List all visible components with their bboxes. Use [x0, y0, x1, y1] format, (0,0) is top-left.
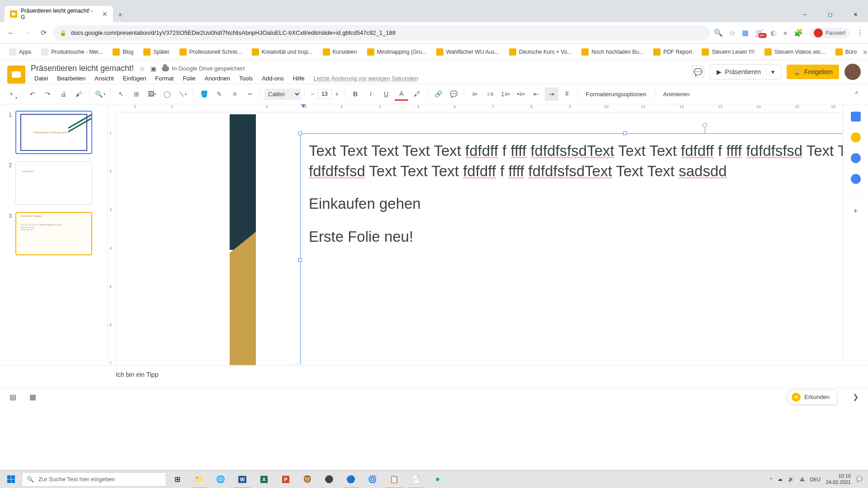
menu-hilfe[interactable]: Hilfe	[289, 74, 308, 83]
keep-icon[interactable]	[851, 132, 861, 142]
user-avatar[interactable]	[844, 64, 861, 80]
menu-einfuegen[interactable]: Einfügen	[119, 74, 150, 83]
window-minimize-button[interactable]: ─	[792, 7, 817, 22]
calendar-icon[interactable]	[851, 112, 861, 122]
slide-thumbnail-1[interactable]: Präsentieren leicht gemacht!	[15, 111, 92, 154]
menu-addons[interactable]: Add-ons	[258, 74, 287, 83]
comments-button[interactable]: 💬	[692, 66, 704, 78]
document-title[interactable]: Präsentieren leicht gemacht!	[31, 64, 134, 73]
menu-anordnen[interactable]: Anordnen	[201, 74, 234, 83]
collapse-toolbar-button[interactable]: ^	[850, 87, 863, 101]
bookmarks-overflow-icon[interactable]: »	[863, 48, 867, 56]
extensions-menu-icon[interactable]: 🧩	[794, 28, 803, 37]
border-color-button[interactable]: ✎	[212, 87, 226, 101]
highlight-button[interactable]: 🖍	[410, 87, 424, 101]
profile-button[interactable]: Pausiert	[809, 28, 850, 38]
indent-increase-button[interactable]: ⇥	[545, 87, 558, 101]
bookmark-item[interactable]: Kursideen	[319, 47, 361, 57]
slide-thumbnail-2[interactable]: sovsmpnvis	[15, 161, 92, 205]
font-size-increase[interactable]: +	[333, 89, 341, 99]
menu-tools[interactable]: Tools	[236, 74, 256, 83]
app-taskbar-icon[interactable]: 📋	[383, 470, 405, 488]
extension-icon[interactable]: 🛒	[755, 28, 764, 37]
bookmark-item[interactable]: Wahlfächer WU Aus...	[433, 47, 503, 57]
task-view-button[interactable]: ⊞	[166, 470, 188, 488]
browser-tab[interactable]: Präsentieren leicht gemacht! - G ✕	[5, 6, 113, 22]
taskbar-clock[interactable]: 10:10 24.02.2021	[826, 473, 851, 485]
window-maximize-button[interactable]: ▢	[817, 7, 843, 22]
bookmark-item[interactable]: Später	[140, 47, 173, 57]
taskbar-search[interactable]: 🔍 Zur Suche Text hier eingeben	[22, 472, 166, 487]
extension-icon[interactable]: ●	[783, 29, 788, 37]
bookmark-item[interactable]: Mindmapping (Gru...	[363, 47, 430, 57]
tasks-icon[interactable]	[851, 153, 861, 163]
add-addon-icon[interactable]: +	[851, 206, 861, 216]
window-close-button[interactable]: ✕	[843, 7, 868, 22]
grid-view-button[interactable]: ▦	[27, 392, 38, 403]
start-button[interactable]	[0, 470, 22, 488]
indent-decrease-button[interactable]: ⇤	[529, 87, 543, 101]
zoom-icon[interactable]: 🔍	[714, 28, 723, 37]
present-dropdown-icon[interactable]: ▾	[766, 68, 774, 75]
undo-button[interactable]: ↶	[26, 87, 39, 101]
slides-logo-icon[interactable]	[7, 66, 25, 84]
brave-taskbar-icon[interactable]: 🦁	[297, 470, 318, 488]
bookmark-star-icon[interactable]: ☆	[729, 28, 736, 37]
vertical-align-button[interactable]: ≡	[289, 364, 302, 365]
redo-button[interactable]: ↷	[41, 87, 55, 101]
save-status[interactable]: In Google Drive gespeichert	[162, 65, 245, 72]
extension-icon[interactable]: ◐	[770, 28, 777, 37]
bookmark-item[interactable]: PDF Report	[650, 47, 695, 57]
underline-button[interactable]: U	[379, 87, 393, 101]
line-button[interactable]: ＼▾	[176, 87, 189, 101]
bookmark-item[interactable]: Noch hochladen Bu...	[578, 47, 647, 57]
present-button[interactable]: ▶ Präsentieren ▾	[710, 64, 781, 80]
word-taskbar-icon[interactable]: W	[231, 470, 253, 488]
animate-button[interactable]: Animieren	[659, 89, 694, 99]
contacts-icon[interactable]	[851, 174, 861, 184]
new-slide-button[interactable]: ＋▾	[5, 87, 18, 101]
format-options-button[interactable]: Formatierungsoptionen	[581, 89, 651, 99]
slide-thumbnail-3[interactable]: Erste Folie - Beispiel Text Text Text Te…	[15, 212, 92, 255]
new-tab-button[interactable]: +	[113, 8, 127, 22]
text-color-button[interactable]: A	[395, 87, 408, 101]
bookmark-item[interactable]: Deutsche Kurs + Vo...	[505, 47, 575, 57]
link-button[interactable]: 🔗	[431, 87, 445, 101]
filmstrip-view-button[interactable]: ▤	[7, 392, 18, 403]
resize-handle[interactable]	[298, 258, 302, 262]
notepad-taskbar-icon[interactable]: 📄	[405, 470, 427, 488]
fill-color-button[interactable]: 🪣	[197, 87, 211, 101]
menu-format[interactable]: Format	[151, 74, 177, 83]
next-button[interactable]: ❯	[850, 392, 861, 403]
select-tool-button[interactable]: ↖	[114, 87, 128, 101]
apps-bookmark[interactable]: Apps	[5, 47, 35, 57]
shape-button[interactable]: ◯	[160, 87, 174, 101]
font-select[interactable]: Calibri	[264, 89, 301, 100]
bookmark-item[interactable]: Steuern Videos wic...	[761, 47, 829, 57]
resize-handle[interactable]	[298, 131, 302, 135]
chrome-taskbar-icon[interactable]: 🔵	[340, 470, 362, 488]
star-icon[interactable]: ☆	[139, 65, 145, 72]
text-content[interactable]: Text Text Text Text Text fdfdff f ffff f…	[301, 134, 843, 267]
bookmark-item[interactable]: Kreativität und Insp...	[248, 47, 316, 57]
onedrive-icon[interactable]: ☁	[778, 476, 783, 482]
textbox-button[interactable]: ⊞	[130, 87, 143, 101]
volume-icon[interactable]: 🔊	[788, 476, 794, 482]
network-icon[interactable]: 🖧	[800, 477, 805, 482]
nav-back-button[interactable]: ←	[5, 27, 17, 39]
extension-icon[interactable]: ▦	[742, 28, 749, 37]
bookmark-item[interactable]: Steuern Lesen !!!!	[698, 47, 758, 57]
edge-taskbar-icon[interactable]: 🌐	[210, 470, 231, 488]
zoom-button[interactable]: 🔍▾	[93, 87, 107, 101]
move-icon[interactable]: ▣	[151, 65, 156, 72]
clear-formatting-button[interactable]: T	[560, 87, 574, 101]
menu-folie[interactable]: Folie	[179, 74, 199, 83]
bookmark-item[interactable]: Produktsuche - Mer...	[38, 47, 106, 57]
text-box-selected[interactable]: Text Text Text Text Text fdfdff f ffff f…	[300, 133, 843, 365]
tray-chevron-icon[interactable]: ^	[770, 477, 772, 482]
resize-handle[interactable]	[623, 131, 627, 135]
menu-ansicht[interactable]: Ansicht	[91, 74, 118, 83]
powerpoint-taskbar-icon[interactable]: P	[275, 470, 297, 488]
menu-bearbeiten[interactable]: Bearbeiten	[53, 74, 89, 83]
bulleted-list-button[interactable]: •≡▾	[514, 87, 528, 101]
